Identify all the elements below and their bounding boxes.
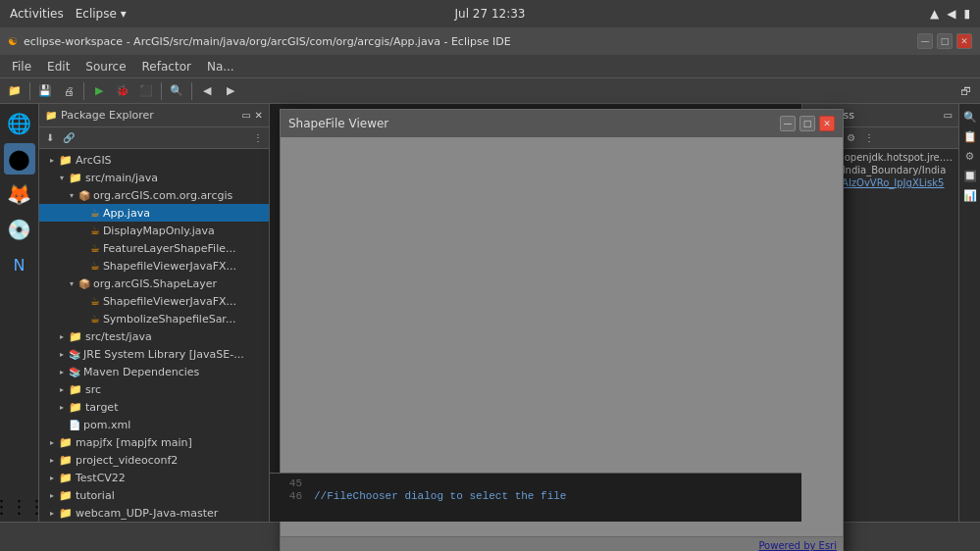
progress-minimize-icon[interactable]: ▭ bbox=[944, 110, 953, 121]
right-icon-4[interactable]: 🔲 bbox=[961, 167, 979, 184]
shapefile-close-button[interactable]: ✕ bbox=[819, 116, 835, 131]
sidebar-icon-circle[interactable]: ⬤ bbox=[4, 143, 35, 175]
menu-navigate[interactable]: Na... bbox=[199, 58, 242, 75]
toolbar-sep-4 bbox=[191, 82, 192, 100]
progress-view-menu-button[interactable]: ⋮ bbox=[860, 129, 878, 147]
tree-label: FeatureLayerShapeFile... bbox=[103, 242, 236, 255]
sidebar-icon-grid[interactable]: ⋮⋮⋮ bbox=[4, 490, 35, 522]
tree-arrow: ▸ bbox=[78, 262, 88, 271]
right-icon-2[interactable]: 📋 bbox=[961, 127, 979, 145]
system-bar-left: Activities Eclipse ▾ bbox=[10, 7, 127, 21]
sidebar-icon-globe[interactable]: 🌐 bbox=[4, 108, 35, 139]
activities-button[interactable]: Activities bbox=[10, 7, 64, 21]
tree-item-target[interactable]: ▸ 📁 target bbox=[39, 398, 269, 416]
eclipse-title-bar: ☯ eclipse-workspace - ArcGIS/src/main/ja… bbox=[0, 27, 980, 55]
toolbar-search-button[interactable]: 🔍 bbox=[166, 81, 187, 101]
tree-arrow: ▾ bbox=[57, 174, 67, 182]
right-icon-5[interactable]: 📊 bbox=[961, 186, 979, 204]
tree-arrow: ▸ bbox=[78, 226, 88, 235]
tree-item-package-shapelayer[interactable]: ▾ 📦 org.arcGIS.ShapeLayer bbox=[39, 275, 269, 292]
panel-close-icon[interactable]: ✕ bbox=[255, 110, 263, 121]
menu-refactor[interactable]: Refactor bbox=[134, 58, 199, 75]
eclipse-menu-button[interactable]: Eclipse ▾ bbox=[76, 7, 127, 21]
project-icon: 📁 bbox=[59, 454, 73, 467]
tree-item-maven[interactable]: ▸ 📚 Maven Dependencies bbox=[39, 363, 269, 380]
shapefile-dialog-controls[interactable]: — □ ✕ bbox=[780, 116, 835, 131]
panel-minimize-icon[interactable]: ▭ bbox=[241, 110, 250, 121]
tree-label: DisplayMapOnly.java bbox=[103, 225, 215, 237]
tree-item-videoconf[interactable]: ▸ 📁 project_videoconf2 bbox=[39, 451, 269, 469]
toolbar-debug-button[interactable]: 🐞 bbox=[112, 81, 133, 101]
toolbar-open-perspectives-button[interactable]: 🗗 bbox=[954, 81, 976, 101]
tree-item-shapefileviewer2[interactable]: ▸ ☕ ShapefileViewerJavaFX... bbox=[39, 292, 269, 310]
sidebar-icon-firefox[interactable]: 🦊 bbox=[4, 178, 35, 210]
tree-item-featurelayer[interactable]: ▸ ☕ FeatureLayerShapeFile... bbox=[39, 239, 269, 257]
right-icon-3[interactable]: ⚙ bbox=[961, 147, 979, 165]
menu-file[interactable]: File bbox=[4, 58, 39, 75]
link-editor-button[interactable]: 🔗 bbox=[60, 129, 77, 147]
tree-item-shapefileviewer1[interactable]: ▸ ☕ ShapefileViewerJavaFX... bbox=[39, 257, 269, 275]
shapefile-minimize-button[interactable]: — bbox=[780, 116, 796, 131]
view-menu-button[interactable]: ⋮ bbox=[249, 129, 267, 147]
tree-arrow: ▸ bbox=[78, 209, 88, 218]
folder-icon: 📁 bbox=[69, 172, 82, 184]
tree-label: src/main/java bbox=[85, 172, 158, 184]
menu-edit[interactable]: Edit bbox=[39, 58, 77, 75]
tree-item-package-arcgis[interactable]: ▾ 📦 org.arcGIS.com.org.arcgis bbox=[39, 186, 269, 204]
tree-item-jre[interactable]: ▸ 📚 JRE System Library [JavaSE-... bbox=[39, 345, 269, 363]
toolbar-back-button[interactable]: ◀ bbox=[196, 81, 218, 101]
eclipse-window-controls[interactable]: — □ ✕ bbox=[917, 33, 972, 49]
package-explorer-title-group: 📁 Package Explorer bbox=[45, 109, 154, 122]
collapse-all-button[interactable]: ⬇ bbox=[41, 129, 59, 147]
tree-item-arcgis[interactable]: ▸ 📁 ArcGIS bbox=[39, 151, 269, 169]
powered-by-esri-link[interactable]: Powered by Esri bbox=[758, 540, 837, 551]
tree-arrow: ▸ bbox=[47, 474, 57, 482]
tree-item-symbolize[interactable]: ▸ ☕ SymbolizeShapefileSar... bbox=[39, 310, 269, 327]
project-icon: 📁 bbox=[59, 436, 73, 449]
sidebar-icon-disk[interactable]: 💿 bbox=[4, 214, 35, 245]
toolbar-save-button[interactable]: 💾 bbox=[34, 81, 56, 101]
tree-label: org.arcGIS.ShapeLayer bbox=[93, 277, 217, 290]
tree-item-app-java[interactable]: ▸ ☕ App.java bbox=[39, 204, 269, 222]
tree-arrow: ▸ bbox=[57, 385, 67, 394]
tree-item-mapjfx[interactable]: ▸ 📁 mapjfx [mapjfx main] bbox=[39, 433, 269, 451]
tree-arrow: ▾ bbox=[67, 279, 77, 288]
main-editor-area: ShapeFile Viewer — □ ✕ Powered by Esri 4… bbox=[270, 104, 801, 522]
tree-label: src/test/java bbox=[85, 330, 152, 343]
tree-item-src-main[interactable]: ▾ 📁 src/main/java bbox=[39, 169, 269, 186]
package-explorer-icon: 📁 bbox=[45, 110, 57, 121]
right-icon-1[interactable]: 🔍 bbox=[961, 108, 979, 125]
menu-source[interactable]: Source bbox=[77, 58, 133, 75]
eclipse-title-left: ☯ eclipse-workspace - ArcGIS/src/main/ja… bbox=[8, 35, 511, 48]
tree-item-src[interactable]: ▸ 📁 src bbox=[39, 380, 269, 398]
maximize-button[interactable]: □ bbox=[937, 33, 953, 49]
eclipse-logo-icon: ☯ bbox=[8, 35, 18, 48]
tree-item-tutorial[interactable]: ▸ 📁 tutorial bbox=[39, 486, 269, 504]
tree-arrow: ▸ bbox=[57, 332, 67, 341]
package-explorer-panel: 📁 Package Explorer ▭ ✕ ⬇ 🔗 ⋮ ▸ 📁 ArcGIS bbox=[39, 104, 270, 522]
code-line-45: 45 bbox=[278, 477, 794, 489]
panel-header-controls: ▭ ✕ bbox=[241, 110, 263, 121]
tree-item-testcv22[interactable]: ▸ 📁 TestCV22 bbox=[39, 469, 269, 486]
tree-item-webcam-udp[interactable]: ▸ 📁 webcam_UDP-Java-master bbox=[39, 504, 269, 522]
tree-item-displaymaponly[interactable]: ▸ ☕ DisplayMapOnly.java bbox=[39, 222, 269, 239]
tree-label: SymbolizeShapefileSar... bbox=[103, 313, 236, 326]
line-number-46: 46 bbox=[278, 490, 302, 502]
tree-item-pom[interactable]: ▸ 📄 pom.xml bbox=[39, 416, 269, 433]
toolbar-print-button[interactable]: 🖨 bbox=[58, 81, 79, 101]
tree-label: target bbox=[85, 401, 118, 414]
sidebar-icon-nx[interactable]: N bbox=[4, 249, 35, 280]
eclipse-title-text: eclipse-workspace - ArcGIS/src/main/java… bbox=[24, 35, 511, 48]
toolbar-forward-button[interactable]: ▶ bbox=[220, 81, 241, 101]
tree-item-src-test[interactable]: ▸ 📁 src/test/java bbox=[39, 327, 269, 345]
close-button[interactable]: ✕ bbox=[956, 33, 972, 49]
minimize-button[interactable]: — bbox=[917, 33, 933, 49]
system-bar-right: ▲ ◀ ▮ bbox=[930, 7, 970, 21]
toolbar-new-button[interactable]: 📁 bbox=[4, 81, 26, 101]
wifi-icon: ▲ bbox=[930, 7, 939, 21]
progress-settings-button[interactable]: ⚙ bbox=[842, 129, 859, 147]
progress-panel-controls: ▭ bbox=[944, 110, 953, 121]
toolbar-stop-button[interactable]: ⬛ bbox=[135, 81, 157, 101]
shapefile-maximize-button[interactable]: □ bbox=[799, 116, 815, 131]
toolbar-run-button[interactable]: ▶ bbox=[88, 81, 110, 101]
